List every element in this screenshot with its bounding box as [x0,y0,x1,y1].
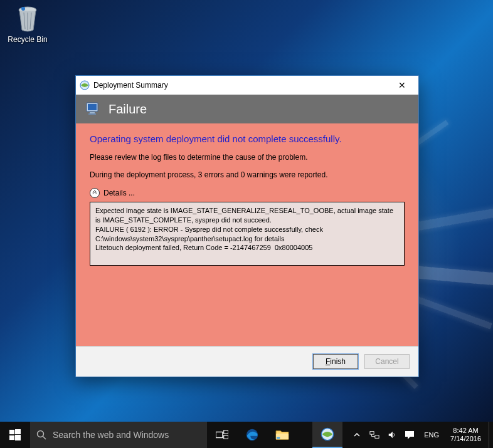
svg-rect-10 [9,430,14,434]
svg-rect-18 [224,435,228,439]
recycle-bin-icon [13,4,43,34]
cancel-button: Cancel [364,354,410,369]
svg-rect-21 [277,437,280,439]
window-title: Deployment Summary [93,81,390,90]
computer-icon [85,100,102,118]
clock-time: 8:42 AM [450,427,481,435]
finish-button[interactable]: Finish [313,354,358,369]
clock-date: 7/14/2016 [450,435,481,443]
desktop-icon-recycle-bin[interactable]: Recycle Bin [4,4,51,44]
dialog-button-row: Finish Cancel [76,346,418,377]
svg-rect-13 [15,435,21,440]
close-icon: ✕ [398,80,406,90]
deployment-summary-dialog: Deployment Summary ✕ Failure Operating s… [75,75,419,377]
taskbar-clock[interactable]: 8:42 AM 7/14/2016 [448,427,484,443]
taskbar-app-edge[interactable] [237,422,267,448]
svg-rect-12 [9,435,14,440]
titlebar[interactable]: Deployment Summary ✕ [76,76,418,95]
close-button[interactable]: ✕ [390,78,415,93]
finish-label-rest: inish [330,357,346,366]
windows-logo-icon [9,429,21,440]
svg-rect-8 [90,112,95,113]
action-center-icon[interactable] [404,429,415,440]
tray-overflow-button[interactable] [351,429,363,440]
svg-line-15 [43,437,46,440]
volume-icon[interactable] [386,429,398,440]
svg-rect-16 [216,432,223,437]
error-stats: During the deployment process, 3 errors … [90,170,405,179]
task-view-icon [216,430,228,440]
taskbar-app-deployment-active[interactable] [312,422,342,448]
chevron-up-icon [90,188,100,198]
search-placeholder: Search the web and Windows [53,430,169,440]
details-toggle[interactable]: Details ... [90,188,405,198]
app-icon [321,427,334,441]
svg-rect-11 [15,429,21,434]
header-title: Failure [109,102,147,117]
start-button[interactable] [0,422,30,448]
system-tray: ENG 8:42 AM 7/14/2016 [346,422,489,448]
svg-rect-7 [88,104,97,110]
dialog-header: Failure [76,95,418,123]
network-icon[interactable] [369,429,380,440]
task-view-button[interactable] [207,422,237,448]
svg-rect-23 [370,432,374,434]
show-desktop-button[interactable] [489,422,493,448]
language-indicator[interactable]: ENG [421,431,442,439]
svg-rect-17 [224,430,228,434]
svg-point-14 [38,431,44,437]
error-headline: Operating system deployment did not comp… [90,133,405,144]
taskbar-separator [297,422,312,448]
folder-icon [275,429,289,440]
dialog-content: Operating system deployment did not comp… [76,123,418,346]
desktop-icon-label: Recycle Bin [4,35,51,44]
details-textbox[interactable]: Expected image state is IMAGE_STATE_GENE… [90,202,405,266]
search-icon [30,430,53,440]
taskbar-search[interactable]: Search the web and Windows [30,422,207,448]
app-icon [80,80,90,90]
svg-rect-24 [375,435,379,438]
taskbar-app-file-explorer[interactable] [267,422,297,448]
review-instruction: Please review the log files to determine… [90,153,405,162]
edge-icon [245,428,259,442]
taskbar: Search the web and Windows [0,422,493,448]
svg-rect-9 [88,113,96,115]
desktop[interactable]: Recycle Bin Deployment Summary ✕ [0,0,493,422]
details-label-text: Details ... [103,189,135,197]
